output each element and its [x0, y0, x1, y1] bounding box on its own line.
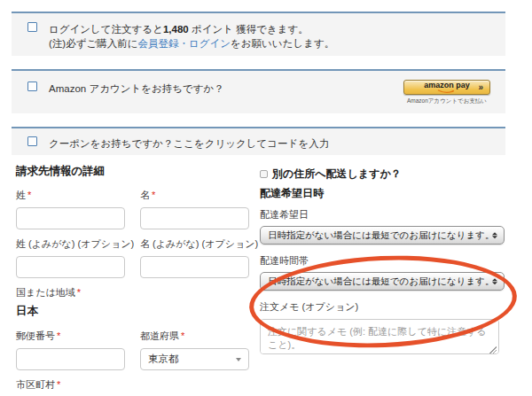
- first-name-label: 名*: [140, 189, 249, 202]
- different-address-label: 別の住所へ配送しますか？: [272, 167, 402, 182]
- delivery-schedule-heading: 配達希望日時: [260, 186, 505, 201]
- first-name-kana-label: 名 (よみがな) (オプション): [140, 237, 249, 251]
- required-asterisk: *: [57, 330, 60, 341]
- last-name-input[interactable]: [16, 207, 125, 229]
- resize-handle-icon[interactable]: [489, 346, 497, 353]
- order-memo-textarea[interactable]: [260, 319, 499, 354]
- delivery-time-select[interactable]: 日時指定がない場合には最短でのお届けになります。: [260, 272, 505, 291]
- required-asterisk: *: [152, 190, 155, 200]
- country-label: 国または地域*: [16, 286, 250, 299]
- delivery-date-select[interactable]: 日時指定がない場合には最短でのお届けになります。: [260, 226, 505, 245]
- billing-form: 請求先情報の詳細 姓* 名* 姓 (よみがな) (オプション) 名 (よみがな)…: [16, 164, 250, 396]
- coupon-notice-checkbox[interactable]: [27, 136, 37, 146]
- last-name-kana-label: 姓 (よみがな) (オプション): [16, 237, 125, 251]
- amazon-pay-caption: Amazonアカウントでお支払い: [407, 97, 487, 105]
- coupon-notice: クーポンをお持ちですか？ここをクリックしてコードを入力: [12, 127, 505, 155]
- delivery-date-label: 配達希望日: [260, 208, 505, 221]
- coupon-toggle-text[interactable]: クーポンをお持ちですか？ここをクリックしてコードを入力: [49, 138, 329, 149]
- delivery-time-selected-value: 日時指定がない場合には最短でのお届けになります。: [268, 276, 494, 288]
- points-value: 1,480: [163, 24, 189, 35]
- login-notice-text: ログインして注文すると1,480 ポイント 獲得できます。 (注)必ずご購入前に…: [49, 22, 334, 50]
- last-name-label: 姓*: [16, 189, 125, 202]
- chevrons-right-icon: »: [478, 82, 483, 92]
- login-notice-checkbox[interactable]: [27, 22, 37, 32]
- order-memo-label: 注文メモ (オプション): [260, 300, 505, 314]
- member-login-link[interactable]: 会員登録・ログイン: [137, 38, 231, 49]
- different-address-checkbox[interactable]: [260, 170, 268, 178]
- amazon-pay-button[interactable]: amazon pay »: [403, 80, 490, 95]
- login-note-post: をお願いいたします。: [231, 38, 334, 49]
- city-label: 市区町村*: [16, 378, 249, 392]
- login-text-pre: ログインして注文すると: [49, 24, 163, 35]
- select-arrows-icon: [492, 232, 497, 239]
- first-name-kana-input[interactable]: [140, 256, 249, 278]
- required-asterisk: *: [27, 190, 31, 200]
- prefecture-label: 都道府県*: [140, 330, 249, 343]
- delivery-date-selected-value: 日時指定がない場合には最短でのお届けになります。: [268, 229, 494, 242]
- prefecture-selected-value: 東京都: [148, 353, 179, 366]
- chevron-down-icon: [236, 358, 241, 361]
- billing-heading: 請求先情報の詳細: [16, 164, 250, 179]
- last-name-kana-input[interactable]: [16, 256, 125, 278]
- postal-code-input[interactable]: [16, 348, 125, 370]
- amazon-notice-checkbox[interactable]: [27, 82, 37, 91]
- required-asterisk: *: [57, 379, 60, 390]
- shipping-form: 別の住所へ配送しますか？ 配達希望日時 配達希望日 日時指定がない場合には最短で…: [260, 167, 505, 358]
- required-asterisk: *: [181, 330, 184, 341]
- amazon-notice-text: Amazon アカウントをお持ちですか？: [49, 83, 224, 94]
- country-value: 日本: [16, 304, 250, 319]
- delivery-time-label: 配達時間帯: [260, 254, 505, 268]
- prefecture-select[interactable]: 東京都: [140, 348, 249, 370]
- amazon-pay-label: amazon pay: [424, 82, 470, 89]
- login-note-pre: (注)必ずご購入前に: [49, 38, 137, 49]
- first-name-input[interactable]: [140, 207, 249, 229]
- login-text-post: ポイント 獲得できます。: [189, 24, 309, 35]
- postal-code-label: 郵便番号*: [16, 330, 125, 343]
- required-asterisk: *: [77, 287, 81, 298]
- select-arrows-icon: [492, 278, 497, 285]
- checkout-page: ログインして注文すると1,480 ポイント 獲得できます。 (注)必ずご購入前に…: [0, 0, 532, 396]
- amazon-notice: Amazon アカウントをお持ちですか？ amazon pay » Amazon…: [12, 69, 505, 113]
- login-notice: ログインして注文すると1,480 ポイント 獲得できます。 (注)必ずご購入前に…: [12, 12, 505, 56]
- amazon-smile-icon: [437, 89, 457, 94]
